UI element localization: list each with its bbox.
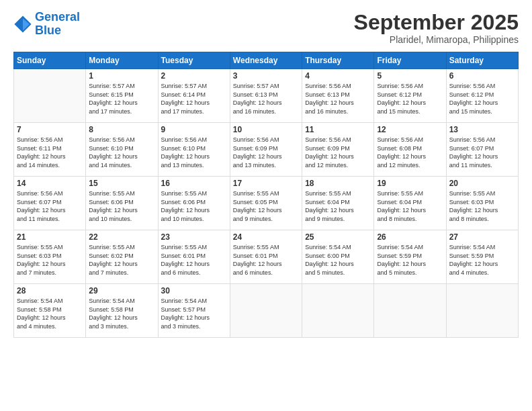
day-info: Sunrise: 5:56 AMSunset: 6:13 PMDaylight:… xyxy=(305,82,371,116)
calendar-day-cell: 8Sunrise: 5:56 AMSunset: 6:10 PMDaylight… xyxy=(86,123,158,177)
calendar-day-cell: 6Sunrise: 5:56 AMSunset: 6:12 PMDaylight… xyxy=(446,69,518,123)
day-number: 15 xyxy=(89,179,154,188)
day-info: Sunrise: 5:57 AMSunset: 6:15 PMDaylight:… xyxy=(89,82,154,116)
day-info: Sunrise: 5:55 AMSunset: 6:04 PMDaylight:… xyxy=(305,189,371,223)
calendar-day-header: Monday xyxy=(86,52,158,69)
day-number: 6 xyxy=(449,71,515,81)
day-number: 20 xyxy=(449,179,515,188)
calendar-day-cell: 15Sunrise: 5:55 AMSunset: 6:06 PMDayligh… xyxy=(86,177,158,230)
calendar-day-cell: 3Sunrise: 5:57 AMSunset: 6:13 PMDaylight… xyxy=(230,69,302,123)
day-number: 9 xyxy=(161,125,227,134)
logo-line2: Blue xyxy=(35,24,61,37)
day-number: 23 xyxy=(161,232,227,242)
day-info: Sunrise: 5:55 AMSunset: 6:06 PMDaylight:… xyxy=(161,189,227,223)
calendar-table: SundayMondayTuesdayWednesdayThursdayFrid… xyxy=(13,52,519,338)
calendar-day-cell xyxy=(302,284,374,338)
calendar-day-cell: 19Sunrise: 5:55 AMSunset: 6:04 PMDayligh… xyxy=(374,177,446,230)
calendar-day-cell: 16Sunrise: 5:55 AMSunset: 6:06 PMDayligh… xyxy=(158,177,230,230)
calendar-week-row: 7Sunrise: 5:56 AMSunset: 6:11 PMDaylight… xyxy=(14,123,519,177)
day-info: Sunrise: 5:57 AMSunset: 6:13 PMDaylight:… xyxy=(233,82,299,116)
day-number: 27 xyxy=(449,232,515,242)
day-number: 14 xyxy=(17,179,83,188)
calendar-week-row: 28Sunrise: 5:54 AMSunset: 5:58 PMDayligh… xyxy=(14,284,519,338)
calendar-day-cell: 4Sunrise: 5:56 AMSunset: 6:13 PMDaylight… xyxy=(302,69,374,123)
calendar-day-cell: 29Sunrise: 5:54 AMSunset: 5:58 PMDayligh… xyxy=(86,284,158,338)
day-info: Sunrise: 5:55 AMSunset: 6:01 PMDaylight:… xyxy=(233,243,299,277)
day-number: 29 xyxy=(89,286,154,295)
day-info: Sunrise: 5:55 AMSunset: 6:03 PMDaylight:… xyxy=(449,189,515,223)
calendar-day-cell: 21Sunrise: 5:55 AMSunset: 6:03 PMDayligh… xyxy=(14,230,86,284)
day-number: 26 xyxy=(377,232,443,242)
calendar-day-header: Wednesday xyxy=(230,52,302,69)
day-info: Sunrise: 5:55 AMSunset: 6:01 PMDaylight:… xyxy=(161,243,227,277)
calendar-day-header: Tuesday xyxy=(158,52,230,69)
day-info: Sunrise: 5:56 AMSunset: 6:08 PMDaylight:… xyxy=(377,136,443,169)
calendar-day-header: Sunday xyxy=(14,52,86,69)
calendar-day-cell: 12Sunrise: 5:56 AMSunset: 6:08 PMDayligh… xyxy=(374,123,446,177)
logo-line1: General xyxy=(35,10,80,24)
calendar-day-cell: 30Sunrise: 5:54 AMSunset: 5:57 PMDayligh… xyxy=(158,284,230,338)
day-info: Sunrise: 5:56 AMSunset: 6:09 PMDaylight:… xyxy=(233,136,299,169)
logo-text: General Blue xyxy=(35,11,80,38)
calendar-day-header: Saturday xyxy=(446,52,518,69)
day-info: Sunrise: 5:56 AMSunset: 6:10 PMDaylight:… xyxy=(161,136,227,169)
day-number: 2 xyxy=(161,71,227,81)
day-info: Sunrise: 5:55 AMSunset: 6:06 PMDaylight:… xyxy=(89,189,154,223)
day-info: Sunrise: 5:57 AMSunset: 6:14 PMDaylight:… xyxy=(161,82,227,116)
day-number: 28 xyxy=(17,286,83,295)
calendar-week-row: 1Sunrise: 5:57 AMSunset: 6:15 PMDaylight… xyxy=(14,69,519,123)
day-number: 12 xyxy=(377,125,443,134)
day-number: 8 xyxy=(89,125,154,134)
day-info: Sunrise: 5:54 AMSunset: 5:59 PMDaylight:… xyxy=(377,243,443,277)
calendar-day-cell: 24Sunrise: 5:55 AMSunset: 6:01 PMDayligh… xyxy=(230,230,302,284)
day-number: 13 xyxy=(449,125,515,134)
day-number: 4 xyxy=(305,71,371,81)
day-info: Sunrise: 5:54 AMSunset: 5:58 PMDaylight:… xyxy=(89,297,154,330)
day-number: 3 xyxy=(233,71,299,81)
calendar-day-cell: 17Sunrise: 5:55 AMSunset: 6:05 PMDayligh… xyxy=(230,177,302,230)
calendar-day-cell: 26Sunrise: 5:54 AMSunset: 5:59 PMDayligh… xyxy=(374,230,446,284)
day-number: 5 xyxy=(377,71,443,81)
calendar-day-cell: 22Sunrise: 5:55 AMSunset: 6:02 PMDayligh… xyxy=(86,230,158,284)
calendar-day-cell: 11Sunrise: 5:56 AMSunset: 6:09 PMDayligh… xyxy=(302,123,374,177)
day-info: Sunrise: 5:55 AMSunset: 6:02 PMDaylight:… xyxy=(89,243,154,277)
day-number: 21 xyxy=(17,232,83,242)
calendar-day-cell: 18Sunrise: 5:55 AMSunset: 6:04 PMDayligh… xyxy=(302,177,374,230)
calendar-day-cell: 28Sunrise: 5:54 AMSunset: 5:58 PMDayligh… xyxy=(14,284,86,338)
calendar-day-cell: 2Sunrise: 5:57 AMSunset: 6:14 PMDaylight… xyxy=(158,69,230,123)
location-subtitle: Plaridel, Mimaropa, Philippines xyxy=(354,34,519,45)
day-info: Sunrise: 5:55 AMSunset: 6:04 PMDaylight:… xyxy=(377,189,443,223)
day-info: Sunrise: 5:54 AMSunset: 5:59 PMDaylight:… xyxy=(449,243,515,277)
calendar-day-cell: 14Sunrise: 5:56 AMSunset: 6:07 PMDayligh… xyxy=(14,177,86,230)
day-info: Sunrise: 5:56 AMSunset: 6:11 PMDaylight:… xyxy=(17,136,83,169)
calendar-day-cell: 25Sunrise: 5:54 AMSunset: 6:00 PMDayligh… xyxy=(302,230,374,284)
day-info: Sunrise: 5:56 AMSunset: 6:12 PMDaylight:… xyxy=(449,82,515,116)
day-info: Sunrise: 5:55 AMSunset: 6:05 PMDaylight:… xyxy=(233,189,299,223)
day-number: 18 xyxy=(305,179,371,188)
day-info: Sunrise: 5:56 AMSunset: 6:10 PMDaylight:… xyxy=(89,136,154,169)
day-info: Sunrise: 5:54 AMSunset: 5:58 PMDaylight:… xyxy=(17,297,83,330)
calendar-day-cell: 7Sunrise: 5:56 AMSunset: 6:11 PMDaylight… xyxy=(14,123,86,177)
day-number: 1 xyxy=(89,71,154,81)
day-number: 25 xyxy=(305,232,371,242)
calendar-day-cell xyxy=(446,284,518,338)
month-title: September 2025 xyxy=(354,11,519,34)
page: General Blue September 2025 Plaridel, Mi… xyxy=(0,0,532,411)
day-number: 24 xyxy=(233,232,299,242)
day-number: 19 xyxy=(377,179,443,188)
title-block: September 2025 Plaridel, Mimaropa, Phili… xyxy=(354,11,519,45)
day-number: 30 xyxy=(161,286,227,295)
calendar-day-cell: 10Sunrise: 5:56 AMSunset: 6:09 PMDayligh… xyxy=(230,123,302,177)
calendar-day-cell: 27Sunrise: 5:54 AMSunset: 5:59 PMDayligh… xyxy=(446,230,518,284)
calendar-day-cell: 5Sunrise: 5:56 AMSunset: 6:12 PMDaylight… xyxy=(374,69,446,123)
day-info: Sunrise: 5:54 AMSunset: 5:57 PMDaylight:… xyxy=(161,297,227,330)
calendar-week-row: 21Sunrise: 5:55 AMSunset: 6:03 PMDayligh… xyxy=(14,230,519,284)
day-number: 17 xyxy=(233,179,299,188)
calendar-day-cell: 23Sunrise: 5:55 AMSunset: 6:01 PMDayligh… xyxy=(158,230,230,284)
day-number: 11 xyxy=(305,125,371,134)
calendar-day-cell: 9Sunrise: 5:56 AMSunset: 6:10 PMDaylight… xyxy=(158,123,230,177)
day-number: 22 xyxy=(89,232,154,242)
day-info: Sunrise: 5:54 AMSunset: 6:00 PMDaylight:… xyxy=(305,243,371,277)
calendar-day-cell: 13Sunrise: 5:56 AMSunset: 6:07 PMDayligh… xyxy=(446,123,518,177)
day-info: Sunrise: 5:55 AMSunset: 6:03 PMDaylight:… xyxy=(17,243,83,277)
